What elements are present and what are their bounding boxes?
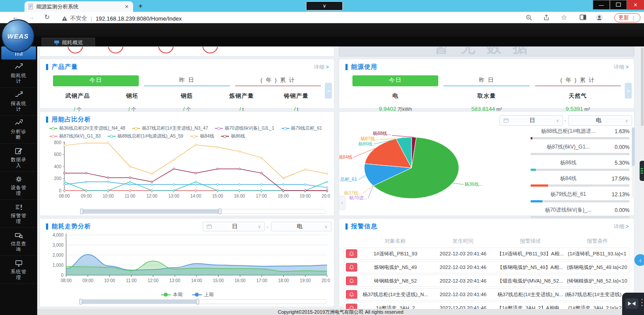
legend-item[interactable]: 杨84线 — [190, 133, 215, 139]
alarm-row[interactable]: 杨37线总柜(1#主变进线)_N...2022-12-03 20:41:46杨3… — [344, 288, 630, 301]
svg-text:08:00: 08:00 — [60, 278, 71, 283]
reload-button[interactable]: ↻ — [44, 13, 50, 21]
alarm-detail-link[interactable]: 详细> — [614, 223, 629, 230]
svg-text:18:00: 18:00 — [278, 194, 289, 198]
legend-item[interactable]: 杨70进线6kV(备)_0JL_1 — [215, 125, 274, 131]
svg-text:19:00: 19:00 — [300, 278, 311, 283]
period-select[interactable]: 日 ∨ — [500, 115, 563, 126]
tab-year-total[interactable]: ( 年 ) 累 计 — [535, 75, 621, 86]
page-scrollbar-thumb[interactable] — [641, 47, 644, 126]
panel-bullet — [46, 223, 48, 230]
side-grip-handle[interactable] — [640, 161, 644, 181]
svg-text:20:00: 20:00 — [321, 194, 330, 198]
sidebar-item-device-mgmt[interactable]: 设备管理 — [0, 172, 37, 200]
alarm-row[interactable]: 铸钢精炼炉_N8_522022-12-03 20:41:46【锻造电弧炉(MVA… — [344, 275, 630, 287]
tab-energy-overview[interactable]: 能耗概览 — [42, 38, 95, 47]
alarm-bell-icon — [346, 276, 357, 285]
svg-text:4,000: 4,000 — [53, 233, 63, 237]
zoom-out-icon[interactable] — [525, 14, 532, 21]
svg-text:16:00: 16:00 — [235, 278, 246, 283]
ratio-list-item[interactable]: 杨79线总柜_6112.13% — [531, 191, 630, 202]
profile-avatar[interactable] — [595, 14, 603, 21]
panel-bullet — [345, 223, 348, 230]
alarm-row[interactable]: 1#连铸机_PB11_932022-12-03 20:41:46【1#连铸机_P… — [344, 248, 630, 260]
list-scrollbar[interactable] — [632, 127, 635, 198]
trend-line-icon — [14, 63, 23, 71]
warning-icon — [61, 15, 68, 21]
svg-text:杨86线: 杨86线 — [358, 141, 373, 146]
new-tab-button[interactable]: + — [138, 2, 143, 11]
legend-item-本期[interactable]: 本期 — [161, 291, 183, 298]
sidebar-item-report-stats[interactable]: 报表统计 — [0, 88, 37, 116]
sidebar-item-energy-stats[interactable]: 能耗统计 — [0, 60, 37, 88]
legend-item[interactable]: 杨87线(6kV)_G1_83 — [49, 133, 101, 139]
sidebar: 能耗统计报表统计分析诊断数据录入设备管理报警管理信息查询系统管理 — [0, 46, 37, 315]
sidebar-item-data-entry[interactable]: 数据录入 — [0, 144, 37, 172]
main-content: 暂无数据 产品产量 详细> 今日昨 日( 年 ) 累 计 武钢产品/个钢坯/个钢… — [37, 46, 644, 309]
no-data-placeholder: 暂无数据 — [339, 46, 634, 57]
svg-text:200: 200 — [54, 176, 61, 181]
product-detail-link[interactable]: 详细> — [314, 64, 329, 71]
forward-button[interactable]: → — [28, 13, 35, 21]
pip-icon[interactable] — [625, 298, 638, 309]
tab-yesterday[interactable]: 昨 日 — [443, 75, 529, 86]
maximize-button[interactable] — [610, 0, 627, 10]
carousel-next-button[interactable]: > — [625, 83, 632, 99]
tab-year-total[interactable]: ( 年 ) 累 计 — [235, 75, 321, 86]
tab-today[interactable]: 今日 — [53, 75, 139, 86]
collapse-button[interactable]: ‹ — [634, 254, 644, 266]
tab-today[interactable]: 今日 — [352, 75, 438, 86]
tab-close-icon[interactable]: ✕ — [124, 4, 130, 10]
line-chart-datazoom-slider[interactable] — [80, 209, 326, 214]
bookmark-star-icon[interactable]: ☆ — [561, 13, 567, 21]
address-bar[interactable]: 不安全 | 192.168.18.239:8080/Home/Index — [61, 14, 182, 22]
sidebar-item-analysis-diagnosis[interactable]: 分析诊断 — [0, 116, 37, 144]
ratio-list-item[interactable]: 杨86线5.30% — [531, 159, 630, 171]
minimize-button[interactable]: — — [593, 0, 610, 10]
ratio-list-item[interactable]: 杨87线(6kV)_G1...0.00% — [531, 143, 630, 155]
tab-yesterday[interactable]: 昨 日 — [144, 75, 230, 86]
area-chart-datazoom-slider[interactable] — [79, 299, 327, 304]
update-button[interactable]: 更新 ⋮ — [614, 13, 640, 22]
legend-item[interactable]: 杨36线总柜(2#主变进线)_N4_48 — [49, 125, 125, 131]
sidebar-item-system-mgmt[interactable]: 系统管理 — [0, 256, 37, 284]
sidebar-item-alarm-mgmt[interactable]: 报警管理 — [0, 200, 37, 228]
ratio-list-item[interactable]: 杨84线17.56% — [531, 175, 630, 187]
sidebar-item-label: 分析诊断 — [11, 129, 27, 140]
svg-text:0: 0 — [61, 273, 63, 278]
report-icon — [14, 91, 23, 99]
maximize-icon — [616, 3, 621, 7]
pip-overlay[interactable] — [622, 293, 644, 315]
ratio-list-item[interactable]: 杨70进线6kV(备)_...0.00% — [531, 206, 630, 218]
share-icon[interactable] — [543, 14, 550, 21]
usage-ratio-panel: 用能占比分析 杨36线总柜(2#主变进线)_N4_48杨37线总柜(1#主变进线… — [39, 111, 334, 216]
alarm-table-rows: 1#连铸机_PB11_932022-12-03 20:41:46【1#连铸机_P… — [339, 248, 634, 314]
window-dropdown-button[interactable]: ∨ — [306, 1, 343, 11]
legend-item[interactable]: 杨79线总柜_61 — [282, 125, 322, 131]
svg-text:12:00: 12:00 — [146, 194, 157, 198]
ratio-list-item[interactable]: 杨88线总柜(1#电源进...1.63% — [531, 127, 630, 139]
legend-item[interactable]: 杨86线 — [221, 133, 245, 139]
trend-period-select[interactable]: 日 ∨ — [203, 222, 265, 231]
alarm-row[interactable]: 炼钢电弧炉_N5_492022-12-03 20:41:46【炼钢电弧炉_N5_… — [344, 261, 630, 273]
energy-detail-link[interactable]: 详细> — [614, 64, 629, 71]
energy-trend-panel: 能耗走势分析 日 ∨ - 电 ∨ 01,0002,0003,0004,00008… — [39, 218, 334, 307]
legend-item-上期[interactable]: 上期 — [192, 291, 214, 298]
svg-text:12:00: 12:00 — [148, 278, 158, 283]
sidebar-item-info-query[interactable]: 信息查询 — [0, 228, 37, 256]
more-menu-icon[interactable]: ⋮ — [631, 15, 637, 21]
panel-bullet — [46, 117, 48, 123]
alarm-info-panel: 报警信息 详细> 对象名称发生时间报警描述报警条件 1#连铸机_PB11_932… — [339, 218, 634, 307]
close-button[interactable]: ✕ — [627, 0, 644, 10]
legend-item[interactable]: 杨88线总柜(1#电源进线)_A5_59 — [108, 133, 183, 139]
area-chart-legend: 本期上期 — [40, 291, 335, 298]
trend-energy-type-select[interactable]: 电 ∨ — [271, 222, 331, 231]
side-panel-icon[interactable] — [580, 14, 587, 21]
alarm-bell-icon — [346, 263, 357, 272]
carousel-prev-button[interactable]: < — [339, 196, 345, 210]
energy-type-select[interactable]: 电 ∨ — [568, 115, 632, 126]
browser-tab[interactable]: 能源监测分析系统 ✕ — [25, 1, 133, 12]
carousel-next-button[interactable]: > — [325, 83, 332, 99]
legend-item[interactable]: 杨37线总柜(1#主变进线)_N3_47 — [132, 125, 208, 131]
alarm-column-header: 发生时间 — [430, 237, 496, 245]
